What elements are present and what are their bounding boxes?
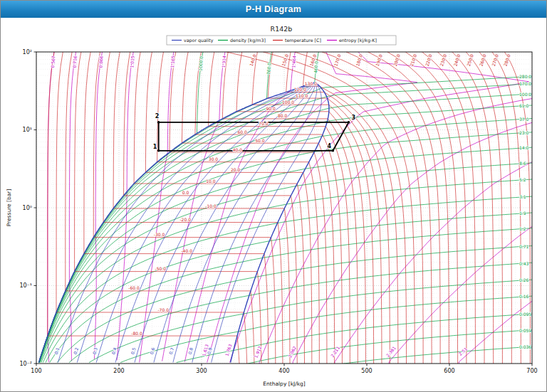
- svg-text:110.0: 110.0: [296, 93, 308, 98]
- svg-text:170.0: 170.0: [333, 53, 342, 67]
- legend-label-entropy: entropy [kj/kg-K]: [339, 38, 377, 43]
- x-tick-label: 500: [361, 368, 372, 374]
- svg-text:180.0: 180.0: [355, 53, 363, 67]
- x-tick-label: 400: [278, 368, 289, 374]
- svg-text:3.1: 3.1: [519, 194, 526, 199]
- cycle-point-label-1: 1: [153, 144, 157, 150]
- cycle-point-label-2: 2: [155, 113, 160, 120]
- svg-text:190.0: 190.0: [375, 53, 383, 67]
- svg-text:0.16: 0.16: [519, 294, 529, 299]
- svg-text:1.165: 1.165: [170, 55, 175, 68]
- legend-label-vapor-quality: vapor quality: [184, 38, 214, 43]
- svg-text:50.0: 50.0: [255, 138, 265, 143]
- svg-text:-20.0: -20.0: [179, 217, 191, 222]
- svg-text:100.0: 100.0: [519, 92, 531, 97]
- svg-text:1.9: 1.9: [519, 211, 526, 216]
- svg-text:0.43: 0.43: [519, 261, 529, 266]
- svg-text:61.0: 61.0: [519, 103, 529, 108]
- vapor-quality-isolines: [58, 83, 321, 363]
- cycle-point-2: [157, 121, 160, 124]
- cycle-point-label-3: 3: [352, 115, 356, 121]
- svg-text:1000.0: 1000.0: [197, 55, 203, 71]
- svg-text:5.2: 5.2: [519, 177, 526, 182]
- svg-text:1.763: 1.763: [224, 344, 233, 357]
- cycle-point-1: [157, 149, 160, 152]
- svg-text:0.5: 0.5: [130, 347, 136, 355]
- y-tick-label: 10¹: [23, 127, 32, 133]
- svg-text:1.314: 1.314: [221, 55, 226, 68]
- svg-text:40.0: 40.0: [233, 147, 243, 152]
- chart-title: R142b: [271, 25, 293, 33]
- cycle-point-4: [332, 149, 335, 152]
- svg-text:60.0: 60.0: [238, 129, 248, 134]
- svg-text:0.866: 0.866: [98, 55, 103, 68]
- cycle-point-label-4: 4: [327, 143, 331, 149]
- svg-text:30.0: 30.0: [209, 157, 219, 161]
- svg-text:2.361: 2.361: [385, 345, 397, 358]
- svg-text:760.0: 760.0: [266, 62, 271, 75]
- legend: vapor quality density [kg/m3] temperatur…: [167, 36, 396, 45]
- cycle-point-3: [348, 121, 350, 124]
- x-axis-label: Enthalpy [kJ/kg]: [263, 381, 306, 387]
- svg-text:0.8: 0.8: [187, 347, 194, 355]
- svg-text:14.0: 14.0: [519, 145, 529, 150]
- window-titlebar[interactable]: P-H Diagram: [1, 1, 546, 18]
- svg-text:2.211: 2.211: [330, 345, 341, 358]
- svg-text:80.0: 80.0: [278, 113, 288, 118]
- y-tick-label: 10²: [23, 49, 32, 55]
- legend-label-temperature: temperature [C]: [285, 38, 321, 43]
- x-tick-label: 200: [113, 368, 124, 374]
- svg-text:-40.0: -40.0: [181, 248, 192, 253]
- svg-text:0.095: 0.095: [519, 312, 531, 317]
- svg-text:150.0: 150.0: [281, 53, 289, 67]
- svg-text:0.9: 0.9: [206, 347, 212, 355]
- svg-text:10.0: 10.0: [206, 179, 216, 184]
- svg-text:0.0: 0.0: [182, 190, 189, 195]
- svg-text:-50.0: -50.0: [155, 266, 167, 271]
- svg-text:-10.0: -10.0: [205, 203, 217, 208]
- svg-text:70.0: 70.0: [259, 121, 269, 126]
- app-window: P-H Diagram R142b vapor quality density …: [0, 0, 547, 392]
- svg-text:-30.0: -30.0: [154, 232, 165, 237]
- x-tick-label: 700: [526, 368, 537, 374]
- svg-text:280.0: 280.0: [519, 74, 531, 79]
- svg-text:0.567: 0.567: [50, 55, 56, 68]
- x-tick-label: 300: [196, 368, 207, 374]
- svg-text:-80.0: -80.0: [131, 331, 142, 336]
- svg-text:0.036: 0.036: [519, 344, 531, 349]
- window-title: P-H Diagram: [246, 4, 301, 14]
- svg-text:140.0: 140.0: [249, 53, 257, 67]
- svg-text:90.0: 90.0: [266, 106, 276, 111]
- svg-text:1.464: 1.464: [291, 55, 296, 68]
- svg-text:0.7: 0.7: [168, 347, 174, 355]
- svg-text:130.0: 130.0: [305, 81, 317, 86]
- svg-text:100.0: 100.0: [282, 100, 294, 105]
- svg-text:0.3: 0.3: [91, 347, 98, 355]
- svg-text:0.4: 0.4: [110, 347, 118, 355]
- svg-text:23.0: 23.0: [519, 130, 529, 135]
- svg-text:20.0: 20.0: [231, 167, 241, 172]
- svg-text:120.0: 120.0: [294, 87, 306, 92]
- svg-text:37.0: 37.0: [519, 117, 529, 122]
- svg-text:0.6: 0.6: [149, 347, 155, 355]
- y-tick-label: 10⁰: [23, 205, 32, 211]
- y-tick-label: 10⁻²: [19, 361, 32, 367]
- y-tick-label: 10⁻¹: [19, 282, 32, 289]
- svg-text:-60.0: -60.0: [128, 285, 140, 290]
- svg-text:-70.0: -70.0: [157, 307, 169, 312]
- svg-text:280.0: 280.0: [503, 53, 511, 67]
- svg-text:0.71: 0.71: [519, 244, 529, 249]
- svg-text:260.0: 260.0: [479, 53, 487, 67]
- svg-text:0.2: 0.2: [73, 346, 80, 354]
- ph-chart-canvas: R142b vapor quality density [kg/m3] temp…: [1, 18, 547, 392]
- svg-text:1.2: 1.2: [519, 226, 526, 231]
- svg-text:1.015: 1.015: [129, 55, 135, 68]
- svg-text:170.0: 170.0: [519, 81, 531, 86]
- svg-text:8.6: 8.6: [519, 161, 526, 166]
- svg-text:0.716: 0.716: [72, 55, 78, 68]
- svg-text:0.059: 0.059: [519, 328, 531, 333]
- x-tick-label: 100: [31, 368, 41, 374]
- x-tick-label: 600: [444, 368, 454, 374]
- svg-text:0.1: 0.1: [53, 346, 61, 354]
- svg-text:0.26: 0.26: [519, 277, 529, 282]
